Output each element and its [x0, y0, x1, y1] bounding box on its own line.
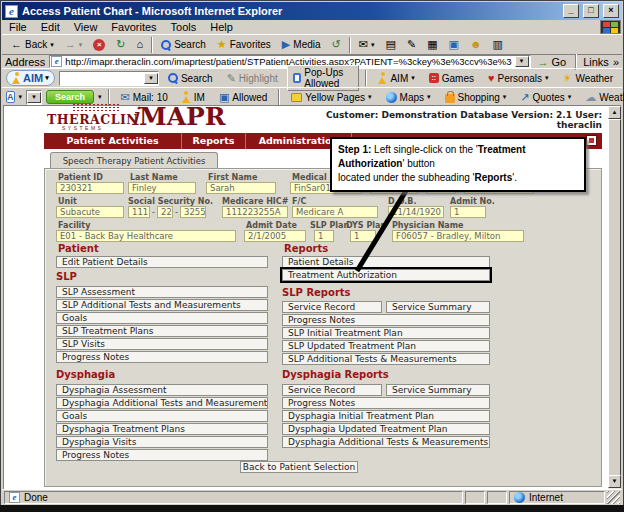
aim-menu-button[interactable]: AIM▾ — [373, 70, 419, 86]
discuss-button[interactable]: ▦ — [422, 37, 442, 52]
minimize-button[interactable]: _ — [563, 4, 579, 18]
mail-button[interactable]: ✉▾ — [354, 37, 380, 52]
facility-field[interactable]: E01 - Back Bay Healthcare — [56, 230, 236, 242]
logout-icon[interactable] — [586, 135, 597, 146]
dysphagia-initial-treatment-plan-button[interactable]: Dysphagia Initial Treatment Plan — [282, 410, 490, 422]
aim-search-button[interactable]: Search — [163, 71, 218, 86]
dysphagia-assessment-button[interactable]: Dysphagia Assessment — [56, 384, 268, 396]
last-name-field[interactable]: Finley — [128, 182, 196, 194]
links-label[interactable]: Links — [583, 56, 609, 68]
patient-id-field[interactable]: 230321 — [56, 182, 124, 194]
dysphagia-additional-tests-report-button[interactable]: Dysphagia Additional Tests & Measurement… — [282, 436, 490, 448]
back-to-patient-selection-button[interactable]: Back to Patient Selection — [240, 461, 358, 473]
slp-additional-tests-report-button[interactable]: SLP Additional Tests & Measurements — [282, 353, 490, 365]
slp-goals-button[interactable]: Goals — [56, 312, 268, 324]
aim-dropdown-icon[interactable]: ▾ — [45, 74, 49, 82]
admit-date-field[interactable]: 2/1/2005 — [244, 230, 306, 242]
dysphagia-updated-treatment-plan-button[interactable]: Dysphagia Updated Treatment Plan — [282, 423, 490, 435]
admit-no-field[interactable]: 1 — [450, 206, 486, 218]
dysphagia-service-summary-button[interactable]: Service Summary — [386, 384, 490, 396]
physician-field[interactable]: F06057 - Bradley, Milton — [392, 230, 524, 242]
aol-search-button[interactable]: Search — [46, 90, 94, 104]
slp-treatment-plans-button[interactable]: SLP Treatment Plans — [56, 325, 268, 337]
scroll-down-button[interactable]: ▼ — [608, 475, 621, 488]
forward-dropdown-icon[interactable]: ▾ — [79, 41, 83, 49]
dysphagia-visits-button[interactable]: Dysphagia Visits — [56, 436, 268, 448]
address-dropdown-button[interactable]: ▼ — [515, 56, 529, 67]
slp-additional-tests-button[interactable]: SLP Additional Tests and Measurements — [56, 299, 268, 311]
aol-search-input[interactable]: ▼ — [26, 90, 42, 105]
slp-progress-notes-button[interactable]: Progress Notes — [56, 351, 268, 363]
menu-edit[interactable]: Edit — [34, 20, 67, 34]
menu-favorites[interactable]: Favorites — [104, 20, 163, 34]
msn-button[interactable]: ▣ — [444, 37, 464, 52]
quotes-button[interactable]: ↗Quotes▾ — [515, 90, 576, 105]
aim-search-input[interactable]: ▼ — [59, 71, 159, 86]
yellow-pages-button[interactable]: Yellow Pages▾ — [286, 90, 376, 105]
scroll-up-button[interactable]: ▲ — [608, 106, 621, 119]
dysphagia-treatment-plans-button[interactable]: Dysphagia Treatment Plans — [56, 423, 268, 435]
back-button[interactable]: ←Back▾ — [6, 37, 59, 52]
ssn-field-3[interactable]: 3255 — [180, 206, 206, 218]
media-button[interactable]: ▶Media — [277, 37, 326, 52]
slp-service-record-button[interactable]: Service Record — [282, 301, 382, 313]
close-button[interactable]: × — [603, 4, 619, 18]
menu-tools[interactable]: Tools — [164, 20, 204, 34]
stop-button[interactable]: × — [88, 37, 110, 53]
print-button[interactable]: ▤ — [381, 37, 401, 52]
dysphagia-goals-button[interactable]: Goals — [56, 410, 268, 422]
go-button[interactable]: →Go — [535, 55, 570, 69]
back-dropdown-icon[interactable]: ▾ — [50, 41, 54, 49]
mail-dropdown-icon[interactable]: ▾ — [371, 41, 375, 49]
tab-speech-therapy-patient-activities[interactable]: Speech Therapy Patient Activities — [50, 152, 218, 169]
dysphagia-progress-notes-button[interactable]: Progress Notes — [56, 449, 268, 461]
shopping-button[interactable]: Shopping▾ — [440, 89, 512, 105]
menu-help[interactable]: Help — [203, 20, 240, 34]
home-button[interactable]: ⌂ — [131, 37, 148, 52]
slp-initial-treatment-plan-button[interactable]: SLP Initial Treatment Plan — [282, 327, 490, 339]
aol-dropdown-icon[interactable]: ▾ — [19, 93, 23, 101]
forward-button[interactable]: →▾ — [60, 37, 88, 52]
dysphagia-service-record-button[interactable]: Service Record — [282, 384, 382, 396]
aol-weather-button[interactable]: ☁Weather▾ — [580, 90, 624, 105]
first-name-field[interactable]: Sarah — [206, 182, 276, 194]
history-button[interactable]: ↺ — [327, 37, 346, 52]
personals-button[interactable]: ♥Personals▾ — [483, 71, 554, 86]
maps-button[interactable]: Maps▾ — [381, 90, 436, 105]
dysphagia-report-progress-notes-button[interactable]: Progress Notes — [282, 397, 490, 409]
dob-field[interactable]: 11/14/1920 — [388, 206, 444, 218]
fc-field[interactable]: Medicare A — [292, 206, 378, 218]
slp-assessment-button[interactable]: SLP Assessment — [56, 286, 268, 298]
edit-button[interactable]: ✎ — [402, 37, 421, 52]
menu-file[interactable]: File — [2, 20, 34, 34]
menu-view[interactable]: View — [67, 20, 105, 34]
aim-search-dropdown[interactable]: ▼ — [144, 73, 158, 84]
search-button[interactable]: Search — [156, 37, 211, 52]
edit-patient-details-button[interactable]: Edit Patient Details — [56, 256, 268, 268]
aol-search-dropdown[interactable]: ▼ — [27, 92, 41, 103]
dysphagia-additional-tests-button[interactable]: Dysphagia Additional Tests and Measureme… — [56, 397, 268, 409]
resize-grip[interactable] — [607, 491, 620, 504]
slp-service-summary-button[interactable]: Service Summary — [386, 301, 490, 313]
medicare-hic-field[interactable]: 111223255A — [222, 206, 288, 218]
nav-tab-patient-activities[interactable]: Patient Activities — [44, 133, 182, 149]
ssn-field-2[interactable]: 22 — [157, 206, 173, 218]
slp-visits-button[interactable]: SLP Visits — [56, 338, 268, 350]
ssn-field-1[interactable]: 111 — [128, 206, 150, 218]
favorites-button[interactable]: ★Favorites — [212, 37, 276, 52]
treatment-authorization-button[interactable]: Treatment Authorization — [282, 269, 490, 281]
research-button[interactable]: ▥ — [488, 37, 508, 52]
games-button[interactable]: ::Games — [424, 71, 479, 86]
maximize-button[interactable]: □ — [583, 4, 599, 18]
unit-field[interactable]: Subacute — [56, 206, 124, 218]
aim-brand-button[interactable]: AIM▾ — [6, 70, 55, 86]
nav-tab-reports[interactable]: Reports — [182, 133, 246, 149]
slp-plan-field[interactable]: 1 — [314, 230, 334, 242]
slp-report-progress-notes-button[interactable]: Progress Notes — [282, 314, 490, 326]
weather-button[interactable]: ☀Weather — [558, 71, 619, 86]
highlight-button[interactable]: ✎Highlight — [222, 71, 283, 86]
slp-updated-treatment-plan-button[interactable]: SLP Updated Treatment Plan — [282, 340, 490, 352]
refresh-button[interactable]: ↻ — [111, 37, 130, 52]
messenger-button[interactable]: ☻ — [465, 37, 487, 52]
aol-logo-button[interactable]: A — [6, 91, 15, 103]
